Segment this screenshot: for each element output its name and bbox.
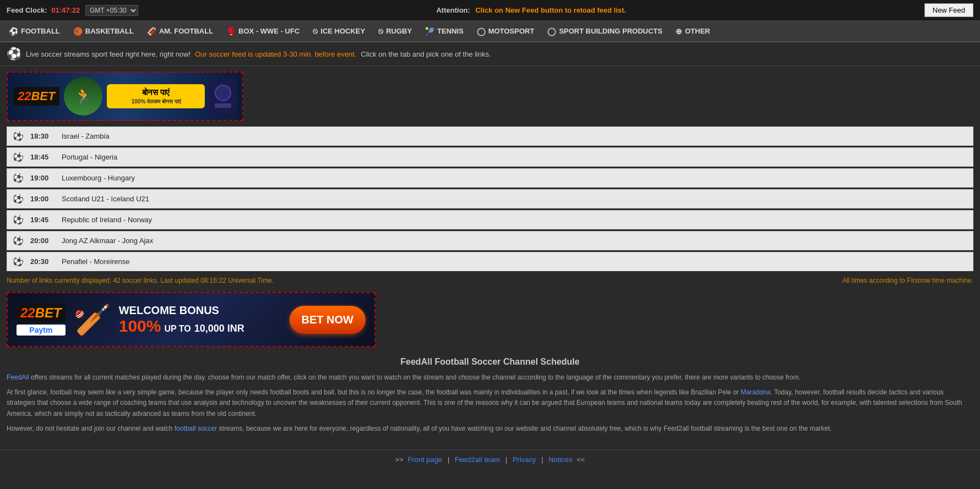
footer-sep1: | <box>448 455 449 464</box>
bb-left-section: 22BET Paytm <box>17 304 66 336</box>
match-ball-icon: ⚽ <box>13 152 24 162</box>
match-time: 20:30 <box>30 257 55 266</box>
stats-line: Number of links currently displayed: 42 … <box>0 273 980 288</box>
bb-figure: 🏏 <box>73 302 111 338</box>
footer-front-page[interactable]: Front page <box>407 455 442 464</box>
footer-suffix: << <box>576 455 585 464</box>
match-row[interactable]: ⚽ 19:00 Luxembourg - Hungary <box>7 168 973 188</box>
header: Feed Clock: 01:47:22 GMT +05:30 GMT +00:… <box>0 0 980 21</box>
nav-basketball-label: BASKETBALL <box>85 27 134 35</box>
info-bar: ⚽ Live soccer streams sport feed right h… <box>0 42 980 66</box>
match-name: Scotland U21 - Iceland U21 <box>62 195 967 203</box>
nav-ice-hockey-label: ICE HOCKEY <box>320 27 365 35</box>
maradona-link[interactable]: Maradona <box>741 388 770 396</box>
footer-privacy[interactable]: Privacy <box>513 455 536 464</box>
rugby-icon: ⦸ <box>378 26 383 36</box>
bb-amount-label: 10,000 INR <box>194 323 244 334</box>
footer-notices[interactable]: Notices <box>548 455 572 464</box>
feedall-link[interactable]: FeedAll <box>7 373 29 381</box>
ice-hockey-icon: ⦸ <box>313 26 318 36</box>
banner-bottom[interactable]: 22BET Paytm 🏏 WELCOME BONUS 100% UP TO 1… <box>7 292 375 347</box>
nav-sport-building-label: SPORT BUILDING PRODUCTS <box>559 27 662 35</box>
bb-bet-now-button[interactable]: BET NOW <box>290 306 366 334</box>
footer-sep2: | <box>505 455 507 464</box>
match-ball-icon: ⚽ <box>13 235 24 246</box>
bb-text-center: WELCOME BONUS 100% UP TO 10,000 INR <box>119 304 284 336</box>
bb-upto-label: UP TO <box>164 324 190 334</box>
nav-rugby-label: RUGBY <box>386 27 412 35</box>
nav-box-label: BOX - WWE - UFC <box>238 27 300 35</box>
tennis-icon: 🎾 <box>425 27 434 36</box>
match-name: Luxembourg - Hungary <box>62 174 967 182</box>
nav-tennis-label: TENNIS <box>437 27 464 35</box>
match-name: Portugal - Nigeria <box>62 153 967 161</box>
nav-ice-hockey[interactable]: ⦸ ICE HOCKEY <box>306 21 372 41</box>
nav-am-football[interactable]: 🏈 AM. FOOTBALL <box>140 21 220 41</box>
match-time: 19:00 <box>30 195 55 203</box>
matches-container: ⚽ 18:30 Israel - Zambia ⚽ 18:45 Portugal… <box>7 127 973 271</box>
football-icon: ⚽ <box>9 27 18 36</box>
bb-welcome-text: WELCOME BONUS <box>119 304 284 317</box>
nav-football[interactable]: ⚽ FOOTBALL <box>2 21 67 41</box>
match-time: 19:00 <box>30 174 55 182</box>
banner-top-center: बोनस पाएं 100% वेलकम बोनस पाएं <box>107 84 205 108</box>
soccer-ball-icon: ⚽ <box>7 47 21 61</box>
description-para1: FeedAll offers streams for all current m… <box>7 372 973 383</box>
match-time: 19:45 <box>30 216 55 224</box>
feed-clock-section: Feed Clock: 01:47:22 GMT +05:30 GMT +00:… <box>7 5 138 16</box>
info-text-before: Live soccer streams sport feed right her… <box>26 50 190 58</box>
banner-top[interactable]: 22BET 🏃 बोनस पाएं 100% वेलकम बोनस पाएं <box>7 72 243 121</box>
feed-clock-time: 01:47:22 <box>51 6 80 14</box>
nav-other-label: OTHER <box>685 27 710 35</box>
match-time: 20:00 <box>30 237 55 245</box>
footer-prefix: >> <box>395 455 404 464</box>
attention-message: Click on New Feed button to reload feed … <box>475 6 626 14</box>
banner-top-logo: 22BET <box>13 87 59 106</box>
banner-top-right <box>209 79 237 114</box>
match-name: Israel - Zambia <box>62 132 967 140</box>
footer-feed2all-team[interactable]: Feed2all team <box>455 455 500 464</box>
bb-paytm: Paytm <box>17 325 66 336</box>
info-text-after: Click on the tab and pick one of the lin… <box>361 50 491 58</box>
nav-basketball[interactable]: 🏀 BASKETBALL <box>67 21 140 41</box>
stats-right: All times according to Firstrow time mac… <box>842 277 973 284</box>
stats-left: Number of links currently displayed: 42 … <box>7 277 274 284</box>
match-time: 18:45 <box>30 153 55 161</box>
match-row[interactable]: ⚽ 20:00 Jong AZ Alkmaar - Jong Ajax <box>7 231 973 250</box>
gmt-select[interactable]: GMT +05:30 GMT +00:00 GMT -05:00 <box>85 5 138 16</box>
nav-tennis[interactable]: 🎾 TENNIS <box>418 21 470 41</box>
bb-bonus-line: 100% UP TO 10,000 INR <box>119 317 284 336</box>
other-icon: ⊕ <box>676 27 682 36</box>
match-ball-icon: ⚽ <box>13 215 24 225</box>
basketball-icon: 🏀 <box>73 27 83 36</box>
match-name: Republic of Ireland - Norway <box>62 216 967 224</box>
new-feed-button[interactable]: New Feed <box>924 3 973 17</box>
nav-sport-building[interactable]: ◯ SPORT BUILDING PRODUCTS <box>541 21 669 41</box>
nav-box-wwe-ufc[interactable]: 🥊 BOX - WWE - UFC <box>220 21 306 41</box>
nav-rugby[interactable]: ⦸ RUGBY <box>372 21 418 41</box>
nav-motosport[interactable]: ◯ MOTOSPORT <box>470 21 541 41</box>
match-row[interactable]: ⚽ 19:45 Republic of Ireland - Norway <box>7 210 973 229</box>
football-soccer-link[interactable]: football soccer <box>175 425 217 432</box>
nav-other[interactable]: ⊕ OTHER <box>669 21 717 41</box>
nav-motosport-label: MOTOSPORT <box>488 27 535 35</box>
am-football-icon: 🏈 <box>147 27 156 36</box>
sport-building-icon: ◯ <box>547 27 556 36</box>
attention-label: Attention: <box>436 6 470 14</box>
footer: >> Front page | Feed2all team | Privacy … <box>0 449 980 469</box>
page-heading: FeedAll Football Soccer Channel Schedule <box>7 357 973 367</box>
attention-section: Attention: Click on New Feed button to r… <box>138 6 924 14</box>
bb-bonus-pct: 100% <box>119 317 161 336</box>
nav-am-football-label: AM. FOOTBALL <box>159 27 213 35</box>
info-highlight: Our soccer feed is updated 3-30 min. bef… <box>195 50 356 58</box>
match-ball-icon: ⚽ <box>13 173 24 183</box>
banner-top-figure: 🏃 <box>64 77 102 116</box>
match-ball-icon: ⚽ <box>13 131 24 141</box>
match-row[interactable]: ⚽ 20:30 Penafiel - Moreirense <box>7 252 973 271</box>
match-row[interactable]: ⚽ 18:30 Israel - Zambia <box>7 127 973 146</box>
match-row[interactable]: ⚽ 18:45 Portugal - Nigeria <box>7 147 973 167</box>
banner-bottom-wrapper: 22BET Paytm 🏏 WELCOME BONUS 100% UP TO 1… <box>7 292 973 347</box>
box-icon: 🥊 <box>226 27 236 36</box>
nav-football-label: FOOTBALL <box>21 27 60 35</box>
match-row[interactable]: ⚽ 19:00 Scotland U21 - Iceland U21 <box>7 189 973 208</box>
